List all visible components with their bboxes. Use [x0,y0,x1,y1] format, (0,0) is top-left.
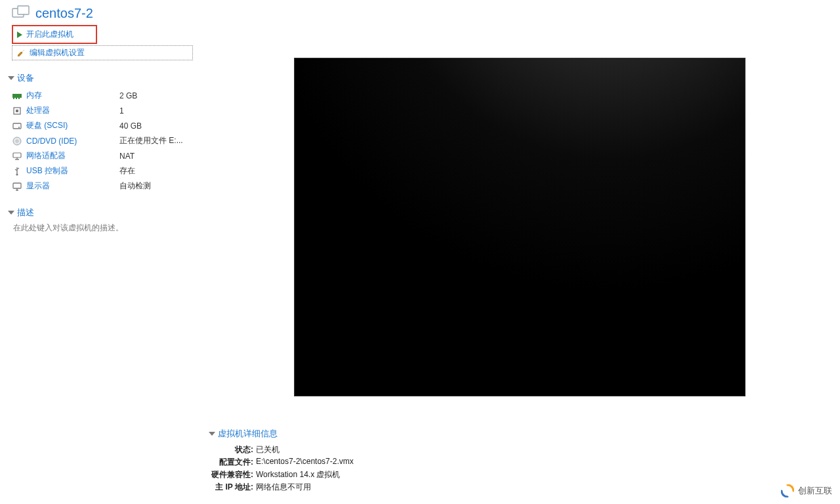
sidebar: 开启此虚拟机 编辑虚拟机设置 设备 内存 2 GB 处理器 1 [0,25,197,234]
device-row-memory[interactable]: 内存 2 GB [12,88,193,103]
svg-rect-1 [18,6,29,14]
svg-rect-7 [16,110,18,112]
cpu-icon [12,106,22,116]
chevron-down-icon [8,211,14,215]
device-value: NAT [119,152,135,161]
hardware-list: 内存 2 GB 处理器 1 硬盘 (SCSI) 40 GB CD/DVD (ID… [12,88,193,194]
device-value: 2 GB [119,91,137,100]
edit-vm-settings-label: 编辑虚拟机设置 [30,47,85,58]
watermark: 创新互联 [781,484,832,497]
device-row-display[interactable]: 显示器 自动检测 [12,178,193,194]
svg-point-9 [18,127,20,128]
section-description-title: 描述 [17,207,34,219]
svg-point-15 [791,486,793,488]
detail-value: E:\centos7-2\centos7-2.vmx [256,457,354,468]
vm-details-section: 虚拟机详细信息 状态: 已关机 配置文件: E:\centos7-2\cento… [209,427,668,494]
disk-icon [12,121,22,131]
watermark-text: 创新互联 [798,485,832,497]
section-devices-toggle[interactable]: 设备 [8,72,197,84]
device-row-network[interactable]: 网络适配器 NAT [12,148,193,163]
detail-row-config: 配置文件: E:\centos7-2\centos7-2.vmx [209,456,668,469]
svg-rect-12 [13,153,21,158]
chevron-down-icon [209,432,215,436]
device-value: 40 GB [119,121,142,131]
device-label: USB 控制器 [26,165,119,177]
vm-name: centos7-2 [35,6,93,21]
edit-vm-settings-button[interactable]: 编辑虚拟机设置 [12,45,193,60]
page-header: centos7-2 [0,0,840,25]
svg-rect-14 [13,183,21,188]
start-vm-button[interactable]: 开启此虚拟机 [14,28,94,41]
device-label: 网络适配器 [26,150,119,161]
device-row-cpu[interactable]: 处理器 1 [12,103,193,118]
svg-rect-2 [12,94,22,98]
device-value: 存在 [119,165,135,177]
section-devices-title: 设备 [17,72,34,84]
device-label: 显示器 [26,180,119,192]
memory-icon [12,91,22,101]
network-icon [12,151,22,161]
detail-row-compat: 硬件兼容性: Workstation 14.x 虚拟机 [209,469,668,481]
device-value: 自动检测 [119,180,151,192]
device-row-cddvd[interactable]: CD/DVD (IDE) 正在使用文件 E:... [12,133,193,148]
vm-group-icon [12,5,30,21]
detail-label: 主 IP 地址: [209,482,256,493]
detail-label: 硬件兼容性: [209,469,256,480]
chevron-down-icon [8,76,14,80]
device-label: 处理器 [26,105,119,116]
detail-row-state: 状态: 已关机 [209,444,668,456]
start-vm-highlight-box: 开启此虚拟机 [12,25,97,44]
svg-rect-5 [18,98,20,99]
device-row-usb[interactable]: USB 控制器 存在 [12,163,193,178]
svg-rect-4 [16,98,17,99]
device-label: 硬盘 (SCSI) [26,120,119,131]
device-value: 正在使用文件 E:... [119,135,183,146]
vm-console-preview[interactable] [294,58,746,396]
device-label: 内存 [26,90,119,101]
content-area [197,25,840,234]
svg-rect-8 [13,123,21,129]
device-label: CD/DVD (IDE) [26,136,119,146]
svg-rect-3 [13,98,14,99]
section-details-toggle[interactable]: 虚拟机详细信息 [209,428,668,440]
detail-value: 网络信息不可用 [256,482,311,493]
section-details-title: 虚拟机详细信息 [218,428,278,440]
watermark-logo-icon [781,484,794,497]
section-description-toggle[interactable]: 描述 [8,207,197,219]
description-placeholder[interactable]: 在此处键入对该虚拟机的描述。 [13,222,197,234]
cd-icon [12,136,22,146]
detail-value: Workstation 14.x 虚拟机 [256,469,340,480]
display-icon [12,181,22,192]
start-vm-label: 开启此虚拟机 [26,29,74,40]
svg-point-16 [782,494,784,496]
svg-point-11 [16,140,18,142]
detail-value: 已关机 [256,444,280,455]
device-value: 1 [119,106,124,116]
svg-point-13 [16,173,18,175]
play-icon [17,32,22,38]
usb-icon [12,166,22,177]
detail-label: 状态: [209,444,256,455]
detail-row-ip: 主 IP 地址: 网络信息不可用 [209,481,668,494]
device-row-disk[interactable]: 硬盘 (SCSI) 40 GB [12,118,193,133]
wrench-icon [15,48,26,58]
detail-label: 配置文件: [209,457,256,468]
